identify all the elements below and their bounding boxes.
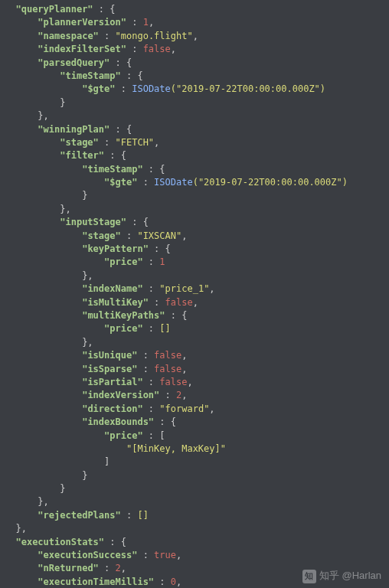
key-plannerVersion: "plannerVersion" bbox=[38, 17, 126, 28]
key-executionTimeMillis: "executionTimeMillis" bbox=[38, 577, 154, 587]
key-gte2: "$gte" bbox=[104, 177, 137, 188]
key-timeStamp2: "timeStamp" bbox=[82, 164, 142, 175]
key-timeStamp: "timeStamp" bbox=[60, 70, 120, 81]
code-block: "queryPlanner" : { "plannerVersion" : 1,… bbox=[0, 0, 389, 588]
isodate-fn: ISODate bbox=[132, 83, 171, 94]
key-rejectedPlans: "rejectedPlans" bbox=[38, 510, 120, 521]
key-indexVersion: "indexVersion" bbox=[82, 390, 159, 400]
key-executionSuccess: "executionSuccess" bbox=[38, 550, 137, 560]
val-ixscan: "IXSCAN" bbox=[137, 230, 181, 241]
val-millis: 0 bbox=[171, 577, 176, 587]
val-false: false bbox=[143, 44, 171, 54]
isodate-arg2: ("2019-07-22T00:00:00.000Z") bbox=[193, 177, 348, 188]
key-isMultiKey: "isMultiKey" bbox=[82, 297, 149, 308]
val-forward: "forward" bbox=[159, 403, 209, 414]
val-false4: false bbox=[154, 364, 181, 374]
val-false3: false bbox=[154, 350, 181, 361]
val-one: 1 bbox=[159, 256, 165, 267]
isodate-arg: ("2019-07-22T00:00:00.000Z") bbox=[171, 83, 325, 94]
key-isUnique: "isUnique" bbox=[82, 350, 137, 361]
key-parsedQuery: "parsedQuery" bbox=[38, 57, 110, 68]
val-empty: [] bbox=[159, 323, 170, 334]
val-minmax: "[MinKey, MaxKey]" bbox=[126, 443, 226, 454]
key-gte: "$gte" bbox=[82, 83, 115, 94]
key-price: "price" bbox=[104, 256, 143, 267]
val-true: true bbox=[154, 550, 176, 560]
key-price2: "price" bbox=[104, 323, 143, 334]
key-indexFilterSet: "indexFilterSet" bbox=[38, 44, 126, 54]
key-multiKeyPaths: "multiKeyPaths" bbox=[82, 310, 165, 321]
watermark: 知 知乎 @Harlan bbox=[302, 569, 381, 583]
val-fetch: "FETCH" bbox=[116, 137, 155, 148]
val-empty2: [] bbox=[137, 510, 148, 521]
key-price3: "price" bbox=[104, 430, 143, 441]
key-indexBounds: "indexBounds" bbox=[82, 416, 154, 427]
key-isSparse: "isSparse" bbox=[82, 364, 137, 374]
val-namespace: "mongo.flight" bbox=[116, 31, 193, 41]
key-queryPlanner: "queryPlanner" bbox=[15, 4, 93, 15]
key-isPartial: "isPartial" bbox=[82, 377, 142, 387]
val-plannerVersion: 1 bbox=[143, 17, 149, 28]
key-keyPattern: "keyPattern" bbox=[82, 243, 149, 254]
val-nReturned: 2 bbox=[116, 563, 121, 573]
key-filter: "filter" bbox=[60, 150, 104, 161]
key-indexName: "indexName" bbox=[82, 283, 142, 294]
key-winningPlan: "winningPlan" bbox=[38, 124, 110, 135]
key-stage2: "stage" bbox=[82, 230, 121, 241]
val-false5: false bbox=[159, 377, 187, 387]
key-inputStage: "inputStage" bbox=[60, 217, 126, 227]
zhihu-icon: 知 bbox=[302, 570, 316, 583]
val-indexName: "price_1" bbox=[159, 283, 209, 294]
key-direction: "direction" bbox=[82, 403, 142, 414]
isodate-fn2: ISODate bbox=[154, 177, 193, 188]
key-stage: "stage" bbox=[60, 137, 99, 148]
val-false2: false bbox=[165, 297, 193, 308]
key-namespace: "namespace" bbox=[38, 31, 98, 41]
key-nReturned: "nReturned" bbox=[38, 563, 98, 573]
key-executionStats: "executionStats" bbox=[15, 537, 104, 547]
watermark-text: 知乎 @Harlan bbox=[319, 569, 381, 583]
